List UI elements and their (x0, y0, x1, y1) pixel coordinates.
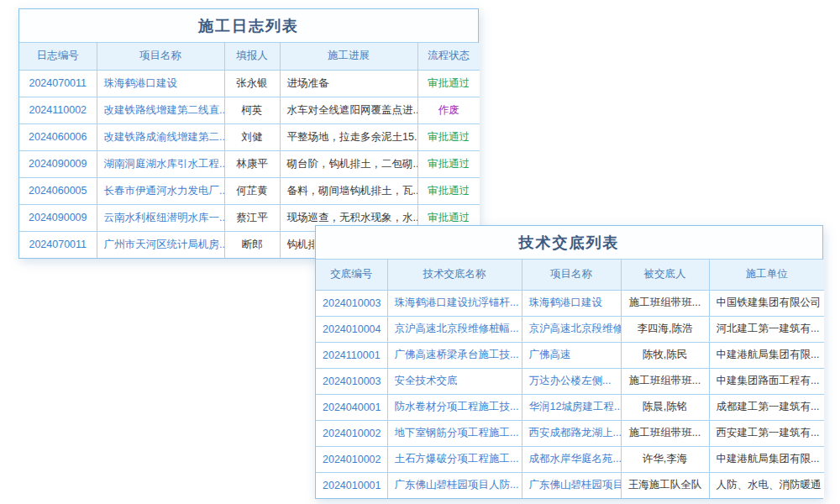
progress-cell: 水车对全线遮阳网覆盖点进... (280, 97, 417, 123)
disclosure-header-row: 交底编号 技术交底名称 项目名称 被交底人 施工单位 (316, 260, 824, 290)
construction-log-panel: 施工日志列表 日志编号 项目名称 填报人 施工进展 流程状态 202407001… (18, 8, 479, 259)
disclosure-name-link[interactable]: 广东佛山碧桂园项目人防... (387, 472, 522, 498)
column-header-disclosed-person: 被交底人 (621, 260, 709, 290)
log-id-link[interactable]: 2024060005 (19, 177, 97, 204)
column-header-disclosure-name: 技术交底名称 (387, 260, 522, 290)
log-id-link[interactable]: 2024090009 (19, 150, 97, 177)
log-id-link[interactable]: 2024110002 (19, 97, 97, 123)
column-header-progress: 施工进展 (280, 43, 417, 70)
column-header-log-id: 日志编号 (19, 43, 97, 70)
log-table-row: 2024090009 湖南洞庭湖水库引水工程... 林康平 砌台阶，钩机排土，二… (19, 150, 480, 177)
log-table-row: 2024060006 改建铁路成渝线增建第二... 刘健 平整场地，拉走多余泥土… (19, 123, 480, 150)
reporter-cell: 蔡江平 (224, 204, 280, 231)
construction-unit-cell: 中建港航局集团有限... (709, 342, 824, 368)
status-badge: 作废 (417, 97, 480, 123)
project-name-link[interactable]: 云南水利枢纽潜明水库一... (97, 204, 224, 231)
column-header-construction-unit: 施工单位 (709, 260, 824, 290)
progress-cell: 备料，砌间墙钩机排土，瓦... (280, 177, 417, 204)
project-name-link[interactable]: 广州市天河区统计局机房... (97, 231, 224, 258)
column-header-project-name: 项目名称 (97, 43, 224, 70)
status-badge: 审批通过 (417, 123, 480, 150)
disclosure-table-row: 2024010003 珠海鹤港口建设抗浮锚杆... 珠海鹤港口建设 施工班组带班… (316, 290, 824, 316)
project-name-link[interactable]: 万达办公楼左侧... (522, 368, 621, 394)
status-badge: 审批通过 (417, 150, 480, 177)
disclosure-id-link[interactable]: 2024010001 (316, 472, 387, 498)
column-header-reporter: 填报人 (224, 43, 280, 70)
disclosure-table-row: 2024040001 防水卷材分项工程施工技... 华润12城房建工程... 陈… (316, 394, 824, 420)
disclosure-table-row: 2024010003 安全技术交底 万达办公楼左侧... 施工班组带班... 中… (316, 368, 824, 394)
disclosure-name-link[interactable]: 安全技术交底 (387, 368, 522, 394)
progress-cell: 砌台阶，钩机排土，二包砌... (280, 150, 417, 177)
technical-disclosure-table: 交底编号 技术交底名称 项目名称 被交底人 施工单位 2024010003 珠海… (316, 260, 824, 498)
disclosed-person-cell: 许华,李海 (621, 446, 709, 472)
progress-cell: 平整场地，拉走多余泥土15... (280, 123, 417, 150)
disclosure-table-row: 2024110001 广佛高速桥梁承台施工技... 广佛高速 陈牧,陈民 中建港… (316, 342, 824, 368)
disclosure-name-link[interactable]: 广佛高速桥梁承台施工技... (387, 342, 522, 368)
disclosure-id-link[interactable]: 2024010003 (316, 368, 387, 394)
status-badge: 审批通过 (417, 70, 480, 97)
disclosure-table-row: 2024010002 土石方爆破分项工程施工... 成都水岸华庭名苑... 许华… (316, 446, 824, 472)
project-name-link[interactable]: 广东佛山碧桂园项目 (522, 472, 621, 498)
reporter-cell: 断郎 (224, 231, 280, 258)
construction-unit-cell: 中国铁建集团有限公司 (709, 290, 824, 316)
log-header-row: 日志编号 项目名称 填报人 施工进展 流程状态 (19, 43, 480, 70)
reporter-cell: 张永银 (224, 70, 280, 97)
disclosure-id-link[interactable]: 2024010003 (316, 290, 387, 316)
project-name-link[interactable]: 珠海鹤港口建设 (97, 70, 224, 97)
project-name-link[interactable]: 京沪高速北京段维修 (522, 316, 621, 342)
project-name-link[interactable]: 华润12城房建工程... (522, 394, 621, 420)
project-name-link[interactable]: 广佛高速 (522, 342, 621, 368)
reporter-cell: 林康平 (224, 150, 280, 177)
construction-unit-cell: 中建集团路面工程有... (709, 368, 824, 394)
log-table-row: 2024070011 珠海鹤港口建设 张永银 进场准备 审批通过 (19, 70, 480, 97)
disclosed-person-cell: 施工班组带班... (621, 420, 709, 446)
disclosed-person-cell: 陈牧,陈民 (621, 342, 709, 368)
disclosure-name-link[interactable]: 防水卷材分项工程施工技... (387, 394, 522, 420)
log-id-link[interactable]: 2024060006 (19, 123, 97, 150)
disclosure-name-link[interactable]: 珠海鹤港口建设抗浮锚杆... (387, 290, 522, 316)
disclosed-person-cell: 施工班组带班... (621, 368, 709, 394)
project-name-link[interactable]: 西安成都路龙湖上... (522, 420, 621, 446)
project-name-link[interactable]: 长春市伊通河水力发电厂... (97, 177, 224, 204)
disclosure-name-link[interactable]: 土石方爆破分项工程施工... (387, 446, 522, 472)
disclosure-id-link[interactable]: 2024010004 (316, 316, 387, 342)
construction-unit-cell: 人防、水电、消防暖通 (709, 472, 824, 498)
column-header-project-name: 项目名称 (522, 260, 621, 290)
reporter-cell: 刘健 (224, 123, 280, 150)
disclosure-id-link[interactable]: 2024010002 (316, 446, 387, 472)
disclosure-table-row: 2024010002 地下室钢筋分项工程施工... 西安成都路龙湖上... 施工… (316, 420, 824, 446)
disclosed-person-cell: 陈晨,陈铭 (621, 394, 709, 420)
reporter-cell: 何芷黄 (224, 177, 280, 204)
progress-cell: 进场准备 (280, 70, 417, 97)
disclosure-table-row: 2024010001 广东佛山碧桂园项目人防... 广东佛山碧桂园项目 王海施工… (316, 472, 824, 498)
project-name-link[interactable]: 湖南洞庭湖水库引水工程... (97, 150, 224, 177)
project-name-link[interactable]: 成都水岸华庭名苑... (522, 446, 621, 472)
technical-disclosure-title: 技术交底列表 (316, 226, 822, 260)
desktop-canvas: { "colors": { "panel_border": "#8cc3ea",… (0, 0, 840, 504)
disclosure-id-link[interactable]: 2024040001 (316, 394, 387, 420)
disclosure-name-link[interactable]: 京沪高速北京段维修桩幅... (387, 316, 522, 342)
project-name-link[interactable]: 改建铁路线增建第二线直... (97, 97, 224, 123)
disclosure-table-row: 2024010004 京沪高速北京段维修桩幅... 京沪高速北京段维修 李四海,… (316, 316, 824, 342)
log-id-link[interactable]: 2024070011 (19, 231, 97, 258)
disclosure-name-link[interactable]: 地下室钢筋分项工程施工... (387, 420, 522, 446)
log-id-link[interactable]: 2024070011 (19, 70, 97, 97)
log-table-row: 2024060005 长春市伊通河水力发电厂... 何芷黄 备料，砌间墙钩机排土… (19, 177, 480, 204)
construction-unit-cell: 河北建工第一建筑有... (709, 316, 824, 342)
construction-unit-cell: 中建港航局集团有限... (709, 446, 824, 472)
log-id-link[interactable]: 2024090009 (19, 204, 97, 231)
disclosure-id-link[interactable]: 2024110001 (316, 342, 387, 368)
project-name-link[interactable]: 改建铁路成渝线增建第二... (97, 123, 224, 150)
construction-unit-cell: 成都建工第一建筑有... (709, 394, 824, 420)
project-name-link[interactable]: 珠海鹤港口建设 (522, 290, 621, 316)
column-header-disclosure-id: 交底编号 (316, 260, 387, 290)
disclosed-person-cell: 李四海,陈浩 (621, 316, 709, 342)
disclosed-person-cell: 施工班组带班... (621, 290, 709, 316)
technical-disclosure-panel: 技术交底列表 交底编号 技术交底名称 项目名称 被交底人 施工单位 202401… (315, 225, 823, 499)
disclosed-person-cell: 王海施工队全队 (621, 472, 709, 498)
status-badge: 审批通过 (417, 177, 480, 204)
column-header-status: 流程状态 (417, 43, 480, 70)
disclosure-id-link[interactable]: 2024010002 (316, 420, 387, 446)
construction-log-title: 施工日志列表 (19, 9, 478, 43)
construction-unit-cell: 西安建工第一建筑有... (709, 420, 824, 446)
